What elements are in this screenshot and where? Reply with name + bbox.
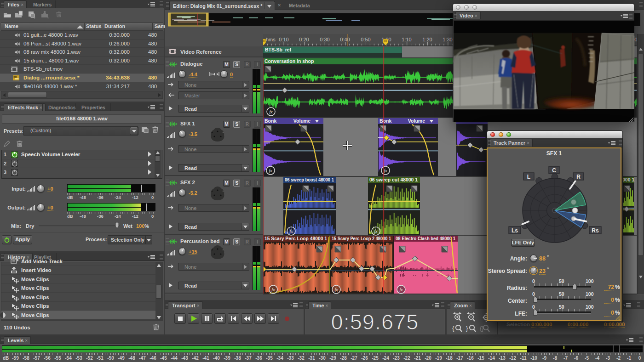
svg-text:R: R (576, 174, 581, 180)
svg-text:Bonk: Bonk (380, 118, 391, 124)
svg-text:Rs: Rs (592, 227, 599, 234)
svg-text:Bonk: Bonk (264, 118, 276, 124)
svg-text:fx: fx (289, 229, 293, 234)
svg-text:fx: fx (271, 287, 275, 292)
svg-text:fx: fx (269, 109, 273, 114)
svg-text:15 Scary Perc Loop 48000 1: 15 Scary Perc Loop 48000 1 (264, 236, 327, 241)
svg-text:L: L (527, 174, 530, 180)
svg-text:{: { (452, 325, 454, 332)
svg-text:Ls: Ls (512, 227, 518, 234)
svg-text:Volume: Volume (293, 118, 310, 124)
svg-text:fx: fx (384, 168, 387, 173)
svg-text:06 sweep cut 48000 1: 06 sweep cut 48000 1 (369, 177, 418, 182)
svg-text:C: C (552, 167, 556, 174)
svg-text:15 Scary Perc Loop 2 48000 1: 15 Scary Perc Loop 2 48000 1 (332, 236, 391, 241)
svg-text:fx: fx (269, 168, 272, 173)
svg-text:Volume: Volume (408, 118, 425, 124)
svg-text:BTS-Sb_ref: BTS-Sb_ref (265, 47, 292, 52)
svg-text:}: } (466, 325, 468, 332)
svg-text:000 1: 000 1 (622, 177, 634, 182)
svg-text:fx: fx (399, 287, 403, 292)
svg-text:fx: fx (334, 287, 338, 292)
svg-text:06 sweep boost 48000 1: 06 sweep boost 48000 1 (285, 177, 334, 182)
svg-text:Conversation in shop: Conversation in shop (264, 58, 314, 64)
svg-text:08 Electro Clash bed 48000 1: 08 Electro Clash bed 48000 1 (396, 236, 455, 241)
svg-text:0:59.675: 0:59.675 (331, 310, 419, 334)
svg-text:fx: fx (374, 229, 378, 234)
